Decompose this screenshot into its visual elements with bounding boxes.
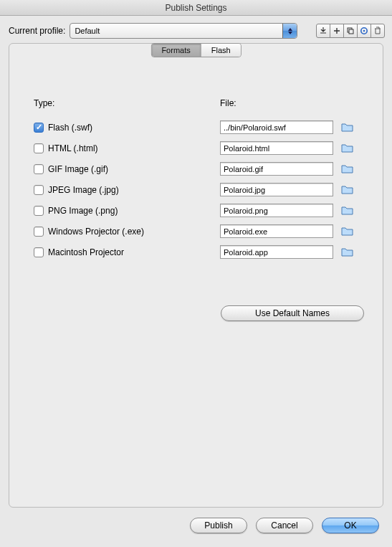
checkbox-mac[interactable]: [34, 247, 44, 257]
dialog-footer: Publish Cancel OK: [0, 513, 392, 533]
file-input-exe[interactable]: [220, 224, 333, 238]
type-label: GIF Image (.gif): [48, 164, 108, 174]
checkbox-jpeg[interactable]: [34, 185, 44, 195]
file-input-flash[interactable]: [220, 120, 333, 134]
tab-bar: Formats Flash: [150, 43, 241, 57]
duplicate-profile-button[interactable]: [343, 24, 358, 38]
type-label: Macintosh Projector: [48, 247, 124, 257]
file-input-mac[interactable]: [220, 245, 333, 259]
profile-dropdown[interactable]: Default: [70, 23, 297, 39]
type-label: Windows Projector (.exe): [48, 227, 144, 237]
file-input-jpeg[interactable]: [220, 183, 333, 196]
svg-rect-1: [349, 29, 353, 34]
checkbox-exe[interactable]: [34, 227, 44, 237]
cancel-button[interactable]: Cancel: [256, 518, 313, 533]
use-default-names-button[interactable]: Use Default Names: [221, 305, 364, 321]
browse-folder-button[interactable]: [340, 163, 353, 175]
profile-row: Current profile: Default: [0, 16, 392, 43]
type-header: Type:: [34, 98, 220, 108]
rename-profile-button[interactable]: [357, 24, 371, 38]
type-label: HTML (.html): [48, 143, 98, 153]
window-titlebar: Publish Settings: [0, 0, 392, 16]
file-input-html[interactable]: [220, 141, 333, 155]
file-input-png[interactable]: [220, 204, 333, 217]
settings-panel: Formats Flash Type: Flash (.swf) HTML (.…: [9, 43, 383, 508]
profile-label: Current profile:: [9, 26, 65, 36]
window-title: Publish Settings: [165, 3, 226, 13]
import-profile-button[interactable]: [316, 24, 330, 38]
checkbox-flash[interactable]: [34, 123, 44, 133]
type-label: Flash (.swf): [48, 123, 92, 133]
browse-folder-button[interactable]: [340, 184, 353, 196]
tab-formats[interactable]: Formats: [151, 44, 201, 57]
checkbox-gif[interactable]: [34, 164, 44, 174]
svg-point-3: [363, 30, 365, 32]
ok-button[interactable]: OK: [322, 518, 379, 533]
browse-folder-button[interactable]: [340, 122, 353, 133]
type-label: PNG Image (.png): [48, 206, 118, 216]
browse-folder-button[interactable]: [340, 247, 353, 258]
dropdown-arrows-icon: [282, 24, 297, 38]
checkbox-html[interactable]: [34, 143, 44, 153]
tab-flash[interactable]: Flash: [201, 44, 241, 57]
profile-selected: Default: [75, 27, 100, 35]
formats-content: Type: Flash (.swf) HTML (.html) GIF Imag…: [9, 58, 383, 333]
add-profile-button[interactable]: [330, 24, 344, 38]
browse-folder-button[interactable]: [340, 226, 353, 237]
type-label: JPEG Image (.jpg): [48, 185, 119, 195]
browse-folder-button[interactable]: [340, 205, 353, 217]
file-input-gif[interactable]: [220, 162, 333, 176]
browse-folder-button[interactable]: [340, 143, 353, 154]
checkbox-png[interactable]: [34, 206, 44, 216]
profile-toolbar: [316, 24, 385, 38]
delete-profile-button[interactable]: [371, 24, 385, 38]
publish-button[interactable]: Publish: [190, 518, 247, 533]
file-header: File:: [220, 98, 364, 108]
